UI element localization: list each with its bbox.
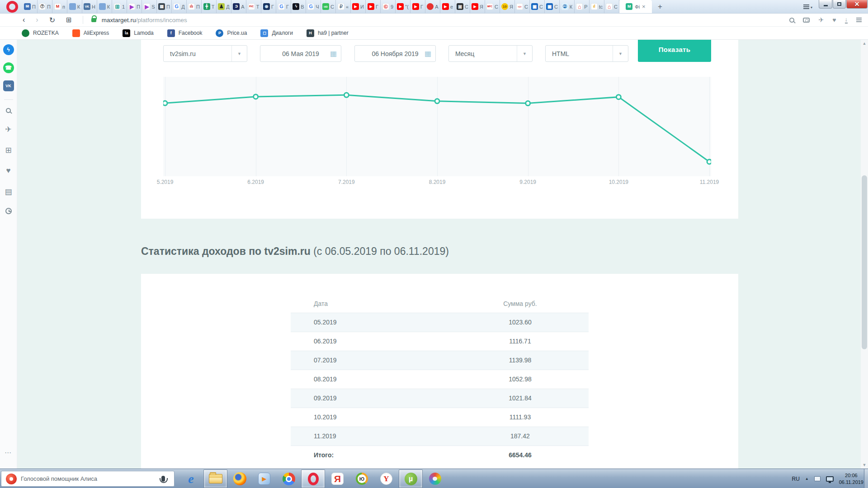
taskbar-app-chrome[interactable] (277, 469, 301, 488)
browser-tab[interactable]: HDС (321, 0, 336, 13)
send-to-flow-icon[interactable]: ✈ (818, 17, 824, 23)
search-icon[interactable] (6, 108, 11, 113)
browser-tab[interactable]: ▣С (545, 0, 560, 13)
taskbar-app-ubar[interactable]: Ю (350, 469, 374, 488)
browser-tab[interactable]: GД (172, 0, 187, 13)
messenger-icon[interactable]: ϟ (3, 44, 14, 55)
browser-tab[interactable]: GГ (276, 0, 291, 13)
network-display-icon[interactable] (826, 476, 834, 482)
personal-news-icon[interactable]: ▤ (5, 187, 12, 196)
downloads-icon[interactable]: ↓ (845, 16, 848, 23)
browser-tab[interactable]: РУСТ (246, 0, 261, 13)
browser-tab[interactable]: Mп (52, 0, 67, 13)
taskbar-app-yandex[interactable]: Y (374, 469, 398, 488)
taskbar-app-yandex-browser[interactable]: Я (326, 469, 349, 488)
forward-button[interactable]: › (36, 16, 38, 24)
browser-tab[interactable]: ⌂Р (575, 0, 590, 13)
taskbar-app-media-player[interactable]: ▶ (252, 469, 276, 488)
taskbar-app-opera[interactable] (301, 469, 325, 488)
url-field[interactable]: maxtarget.ru/platforms/incomes (102, 17, 187, 23)
browser-tab[interactable]: GЧ (306, 0, 321, 13)
reload-button[interactable]: ↻ (49, 16, 55, 24)
browser-tab[interactable]: ▶S (142, 0, 157, 13)
browser-tab[interactable]: ②К (560, 0, 575, 13)
bookmark-item[interactable]: PPrice.ua (216, 29, 247, 37)
browser-tab[interactable]: ⓉП (38, 0, 52, 13)
bookmarks-heart-icon[interactable]: ♥ (6, 166, 10, 175)
browser-tab[interactable]: ılıП (187, 0, 202, 13)
browser-tab[interactable]: ▶е (440, 0, 455, 13)
speed-dial-button[interactable]: ⊞ (66, 16, 72, 24)
date-from-field[interactable]: 06 Мая 2019▦ (260, 45, 341, 62)
scrollbar-thumb[interactable] (862, 175, 867, 349)
history-icon[interactable] (5, 208, 12, 214)
bookmark-item[interactable]: ◻Диалоги (260, 29, 292, 37)
date-to-field[interactable]: 06 Ноября 2019▦ (354, 45, 436, 62)
secure-lock-icon[interactable] (91, 18, 96, 22)
browser-tab[interactable]: ♟Д (217, 0, 231, 13)
bookmark-item[interactable]: AliExpress (72, 29, 109, 37)
browser-tab[interactable]: </>С (515, 0, 530, 13)
browser-tab[interactable]: VKН (82, 0, 97, 13)
browser-tab[interactable]: А (425, 0, 440, 13)
calendar-icon[interactable]: ▦ (425, 49, 431, 58)
calendar-icon[interactable]: ▦ (330, 49, 337, 58)
browser-tab[interactable]: ▶И (351, 0, 366, 13)
search-icon[interactable] (789, 18, 794, 23)
bookmark-item[interactable]: Hha9 | partner (307, 29, 349, 37)
taskbar-app-utorrent[interactable]: µ (399, 469, 423, 488)
bookmark-item[interactable]: laLamoda (123, 29, 153, 37)
browser-tab[interactable]: ⊞1 (112, 0, 127, 13)
opera-logo-icon[interactable] (6, 1, 18, 13)
whatsapp-icon[interactable]: ☎ (3, 62, 14, 73)
browser-tab[interactable]: ▶Г (410, 0, 425, 13)
page-scrollbar[interactable]: ▲ ▼ (861, 40, 868, 469)
browser-tab[interactable]: ▣С (530, 0, 545, 13)
action-center-icon[interactable] (814, 476, 821, 481)
taskbar-app-firefox[interactable] (228, 469, 252, 488)
browser-tab[interactable]: К (67, 0, 82, 13)
show-button[interactable]: Показать (638, 40, 711, 62)
new-tab-button[interactable]: + (652, 0, 668, 13)
browser-tab[interactable]: ▶Г (366, 0, 381, 13)
scroll-up-icon[interactable]: ▲ (861, 41, 868, 46)
browser-tab[interactable]: ✉П (23, 0, 38, 13)
browser-tab[interactable]: ©9 (381, 0, 396, 13)
snapshot-icon[interactable] (803, 18, 810, 23)
browser-tab[interactable]: ▶"( (396, 0, 410, 13)
speed-dial-icon[interactable]: ⊞ (5, 145, 11, 155)
taskbar-app-file-explorer[interactable] (203, 469, 227, 488)
vk-icon[interactable]: VK (3, 80, 14, 91)
browser-tab[interactable]: MFCС (485, 0, 500, 13)
browser-tab[interactable]: ▶П (127, 0, 142, 13)
sidebar-more-icon[interactable]: ⋯ (5, 449, 12, 457)
browser-tab[interactable]: ╋Т (202, 0, 217, 13)
maximize-button[interactable] (833, 0, 846, 9)
browser-tab[interactable]: ▤П (157, 0, 172, 13)
browser-tab[interactable]: К (97, 0, 112, 13)
taskbar-app-internet-explorer[interactable]: e (179, 469, 203, 488)
browser-tab[interactable]: ₽« (336, 0, 351, 13)
close-window-button[interactable]: ✕ (846, 0, 868, 9)
browser-tab[interactable]: ⌂С (604, 0, 619, 13)
minimize-button[interactable] (819, 0, 832, 9)
tab-menu-button[interactable]: ▾ (797, 0, 819, 14)
alice-assistant-icon[interactable] (6, 474, 17, 484)
active-tab[interactable]: MФi× (619, 0, 652, 13)
browser-tab[interactable]: 10Я (500, 0, 515, 13)
browser-tab[interactable]: ▣С (455, 0, 470, 13)
platform-select[interactable]: tv2sim.ru▼ (163, 45, 247, 62)
bookmark-item[interactable]: ROZETKA (22, 29, 59, 37)
period-select[interactable]: Месяц▼ (448, 45, 533, 62)
microphone-icon[interactable] (161, 476, 165, 482)
bookmark-item[interactable]: fFacebook (167, 29, 203, 37)
taskbar-app-paint[interactable] (423, 469, 447, 488)
hidden-icons-arrow[interactable]: ▲ (805, 477, 809, 481)
back-button[interactable]: ‹ (23, 16, 25, 24)
my-flow-icon[interactable]: ✈ (5, 125, 11, 134)
browser-tab[interactable]: ϟВ (291, 0, 306, 13)
browser-tab[interactable]: ЭА (231, 0, 246, 13)
sidebar-setup-icon[interactable] (856, 18, 862, 19)
browser-tab[interactable]: ◉Г (261, 0, 276, 13)
language-indicator[interactable]: RU (792, 476, 799, 482)
